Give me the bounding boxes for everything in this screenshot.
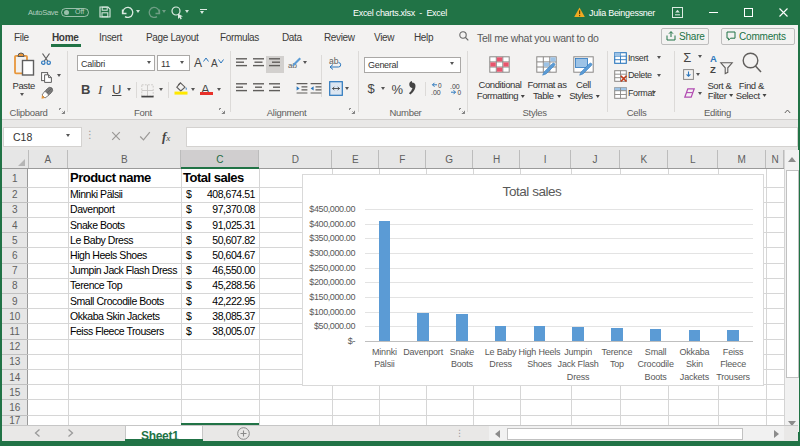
svg-text:.00: .00 — [431, 89, 441, 96]
svg-text:ab: ab — [329, 56, 339, 66]
svg-text:0: 0 — [438, 82, 442, 89]
svg-text:0: 0 — [457, 89, 461, 96]
